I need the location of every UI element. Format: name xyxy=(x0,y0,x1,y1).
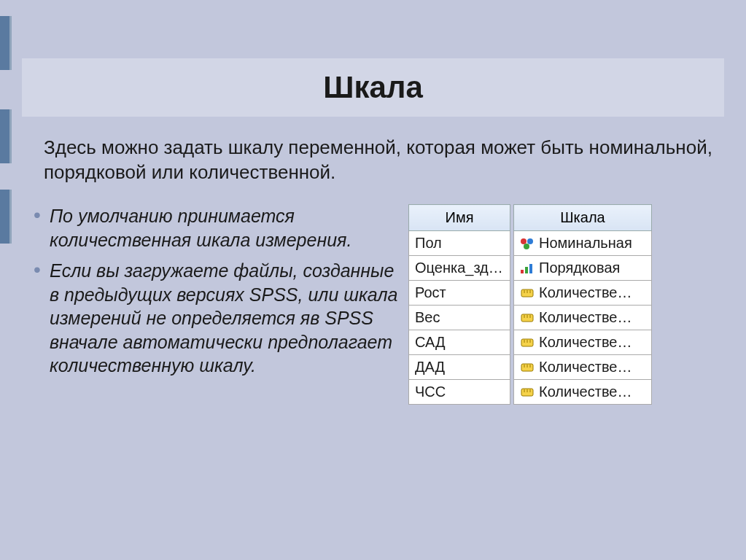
accent-bar xyxy=(0,16,12,70)
nominal-icon xyxy=(520,236,535,248)
table-header: Имя xyxy=(409,205,510,231)
table-header: Шкала xyxy=(514,205,652,231)
scale-label: Количестве… xyxy=(539,284,632,300)
table-cell: Рост xyxy=(409,281,510,306)
scale-table: Шкала Номинальная Порядковая Количестве… xyxy=(513,204,652,405)
scale-label: Количестве… xyxy=(539,309,632,325)
table-cell: Оценка_зд… xyxy=(409,256,510,281)
slide-title: Шкала xyxy=(323,70,423,105)
bullet-list: По умолчанию принимается количественная … xyxy=(29,204,408,385)
scale-label: Порядковая xyxy=(539,260,620,276)
table-cell: САД xyxy=(409,330,510,355)
scale-label: Количестве… xyxy=(539,384,632,400)
table-cell: Пол xyxy=(409,231,510,256)
table-cell: Номинальная xyxy=(514,231,652,256)
table-cell: ЧСС xyxy=(409,380,510,405)
table-cell: Количестве… xyxy=(514,355,652,380)
description-text: Здесь можно задать шкалу переменной, кот… xyxy=(44,136,717,185)
accent-bar xyxy=(0,190,12,244)
table-cell: ДАД xyxy=(409,355,510,380)
bullet-item: По умолчанию принимается количественная … xyxy=(29,204,405,252)
scale-icon xyxy=(520,360,535,372)
side-accent-bars xyxy=(0,0,16,560)
svg-point-0 xyxy=(521,238,527,244)
table-cell: Количестве… xyxy=(514,380,652,405)
scale-label: Количестве… xyxy=(539,334,632,350)
scale-icon xyxy=(520,311,535,322)
bullet-item: Если вы загружаете файлы, созданные в пр… xyxy=(29,259,405,378)
scale-label: Номинальная xyxy=(539,235,632,251)
table-cell: Количестве… xyxy=(514,281,652,306)
scale-icon xyxy=(520,286,535,298)
title-block: Шкала xyxy=(22,58,724,117)
accent-bar xyxy=(0,109,12,163)
table-cell: Порядковая xyxy=(514,256,652,281)
svg-point-2 xyxy=(524,244,529,249)
scale-icon xyxy=(520,385,535,397)
content-row: По умолчанию принимается количественная … xyxy=(29,204,724,405)
ordinal-icon xyxy=(520,261,535,273)
table-cell: Количестве… xyxy=(514,330,652,355)
scale-label: Количестве… xyxy=(539,359,632,375)
table-cell: Количестве… xyxy=(514,306,652,330)
table-cell: Вес xyxy=(409,306,510,330)
tables-group: Имя Пол Оценка_зд… Рост Вес САД ДАД ЧСС … xyxy=(408,204,652,405)
scale-icon xyxy=(520,335,535,347)
svg-point-1 xyxy=(527,238,533,244)
svg-rect-4 xyxy=(525,267,528,273)
svg-rect-5 xyxy=(529,264,532,273)
name-table: Имя Пол Оценка_зд… Рост Вес САД ДАД ЧСС xyxy=(408,204,510,405)
svg-rect-3 xyxy=(521,270,524,273)
